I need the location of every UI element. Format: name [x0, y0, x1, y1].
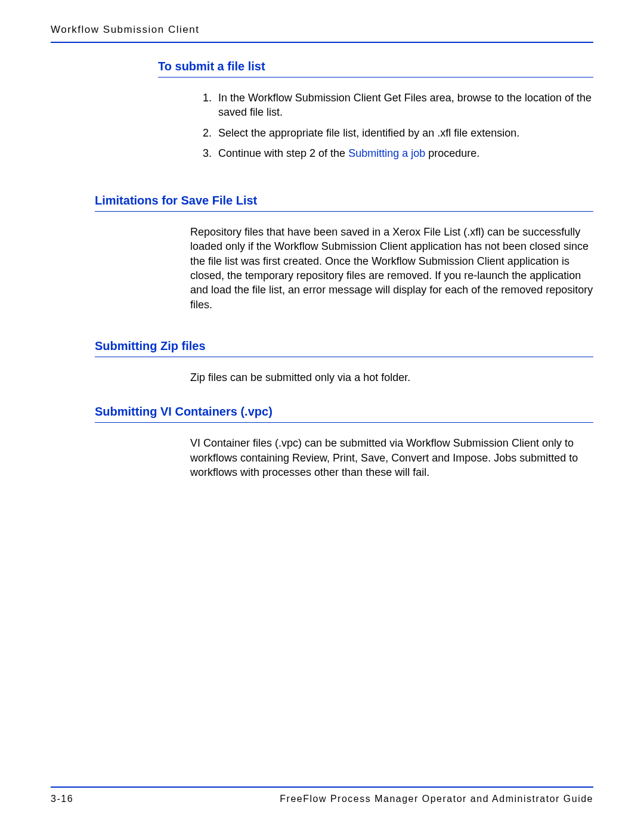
heading-zip: Submitting Zip files	[95, 339, 593, 357]
list-item: 3. Continue with step 2 of the Submittin…	[203, 146, 593, 160]
spacer	[51, 166, 593, 194]
step-text: Continue with step 2 of the Submitting a…	[218, 146, 593, 160]
page: Workflow Submission Client To submit a f…	[0, 0, 644, 833]
book-title: FreeFlow Process Manager Operator and Ad…	[280, 794, 593, 804]
spacer	[51, 385, 593, 405]
step-text-before: Continue with step 2 of the	[218, 147, 348, 159]
section-submit-file-list: To submit a file list 1. In the Workflow…	[158, 60, 593, 160]
section-limitations: Limitations for Save File List Repositor…	[95, 194, 593, 312]
header-title: Workflow Submission Client	[51, 24, 199, 35]
page-footer: 3-16 FreeFlow Process Manager Operator a…	[51, 786, 593, 804]
step-text: Select the appropriate file list, identi…	[218, 126, 593, 140]
vi-body: VI Container files (.vpc) can be submitt…	[190, 436, 593, 479]
spacer	[51, 312, 593, 339]
step-number: 1.	[203, 91, 218, 120]
page-number: 3-16	[51, 794, 73, 804]
step-text: In the Workflow Submission Client Get Fi…	[218, 91, 593, 120]
heading-limitations: Limitations for Save File List	[95, 194, 593, 212]
section-vi: Submitting VI Containers (.vpc) VI Conta…	[95, 405, 593, 479]
step-text-after: procedure.	[425, 147, 479, 159]
limitations-body: Repository files that have been saved in…	[190, 225, 593, 312]
step-number: 3.	[203, 146, 218, 160]
list-item: 1. In the Workflow Submission Client Get…	[203, 91, 593, 120]
heading-submit-file-list: To submit a file list	[158, 60, 593, 78]
step-number: 2.	[203, 126, 218, 140]
section-zip: Submitting Zip files Zip files can be su…	[95, 339, 593, 385]
running-header: Workflow Submission Client	[51, 24, 593, 43]
zip-body: Zip files can be submitted only via a ho…	[190, 370, 593, 385]
list-item: 2. Select the appropriate file list, ide…	[203, 126, 593, 140]
link-submitting-a-job[interactable]: Submitting a job	[348, 147, 425, 159]
submit-file-list-steps: 1. In the Workflow Submission Client Get…	[203, 91, 593, 160]
heading-vi: Submitting VI Containers (.vpc)	[95, 405, 593, 423]
